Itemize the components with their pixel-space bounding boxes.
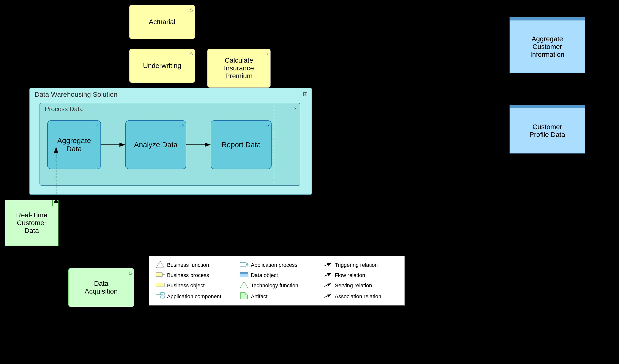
diagram-area: ⌂ Actuarial ⌂ Underwriting ⇒ Calculate I… — [0, 0, 619, 364]
svg-rect-32 — [161, 296, 164, 298]
report-data-node[interactable]: ⇒ Report Data — [211, 120, 272, 169]
legend-item-biz-process: Business process — [156, 272, 230, 279]
legend-data-object-icon — [240, 272, 248, 279]
biz-function-icon: ⌂ — [190, 7, 193, 13]
process-data-label: Process Data — [45, 105, 83, 113]
data-acquisition-node[interactable]: ⌂ Data Acquisition — [68, 268, 134, 307]
aggregate-data-node[interactable]: ⇒ Aggregate Data — [47, 120, 101, 169]
svg-rect-23 — [240, 272, 248, 274]
legend-biz-function-icon — [156, 261, 165, 269]
dws-label: Data Warehousing Solution — [35, 91, 117, 98]
app-process-icon-pd: ⇒ — [292, 105, 296, 112]
svg-marker-21 — [163, 274, 165, 275]
legend-item-biz-function: Business function — [156, 261, 230, 269]
svg-rect-26 — [156, 283, 164, 287]
svg-line-17 — [324, 263, 331, 266]
legend-item-artifact: Artifact — [240, 292, 314, 300]
legend-app-process-icon — [240, 262, 248, 268]
app-process-icon-agg: ⇒ — [94, 122, 98, 128]
app-component-icon: ⊞ — [303, 91, 308, 97]
calculate-insurance-node[interactable]: ⇒ Calculate Insurance Premium — [207, 49, 271, 88]
legend-artifact-icon — [240, 292, 248, 300]
svg-marker-14 — [156, 261, 164, 268]
analyze-data-node[interactable]: ⇒ Analyze Data — [125, 120, 186, 169]
aggregate-customer-info-node[interactable]: Aggregate Customer Information — [509, 17, 585, 73]
app-process-icon-ana: ⇒ — [180, 122, 184, 128]
svg-rect-31 — [161, 293, 164, 295]
legend-item-biz-object: Business object — [156, 281, 230, 289]
svg-rect-15 — [240, 262, 246, 266]
biz-function-green-icon: ⌂ — [129, 270, 132, 276]
legend-item-triggering: Triggering relation — [324, 261, 398, 269]
process-data-container: Process Data ⇒ ⇒ Aggregate Data ⇒ Analyz… — [40, 103, 300, 186]
legend-item-app-process: Application process — [240, 261, 314, 269]
svg-line-24 — [324, 273, 331, 276]
svg-line-33 — [324, 295, 331, 297]
legend-item-app-component: Application component — [156, 292, 230, 300]
app-process-icon-rep: ⇒ — [265, 122, 269, 128]
legend-triggering-icon — [324, 262, 332, 268]
legend-item-serving: Serving relation — [324, 281, 398, 289]
biz-function-icon2: ⌂ — [190, 50, 193, 57]
svg-marker-27 — [240, 281, 248, 288]
legend-item-association: Association relation — [324, 292, 398, 300]
underwriting-node[interactable]: ⌂ Underwriting — [129, 49, 195, 83]
biz-process-icon: ⇒ — [264, 50, 268, 57]
legend-association-icon — [324, 294, 332, 299]
svg-line-28 — [324, 283, 331, 286]
legend-biz-object-icon — [156, 283, 165, 288]
svg-rect-19 — [156, 273, 162, 277]
dws-container: Data Warehousing Solution ⊞ Process Data… — [29, 88, 312, 195]
legend-biz-process-icon — [156, 272, 165, 278]
actuarial-node[interactable]: ⌂ Actuarial — [129, 5, 195, 39]
legend-app-component-icon — [156, 292, 165, 300]
legend-tech-function-icon — [240, 281, 248, 289]
data-object-top-bar2 — [510, 105, 585, 108]
real-time-data-artifact[interactable]: Real-Time Customer Data — [5, 200, 58, 246]
legend-item-tech-function: Technology function — [240, 281, 314, 289]
legend-serving-icon — [324, 283, 332, 288]
legend-grid: Business function Application process Tr… — [156, 261, 398, 300]
data-object-top-bar — [510, 17, 585, 20]
customer-profile-data-node[interactable]: Customer Profile Data — [509, 105, 585, 153]
svg-marker-16 — [246, 263, 248, 265]
legend-item-data-object: Data object — [240, 272, 314, 279]
legend-flow-icon — [324, 272, 332, 278]
legend-item-flow: Flow relation — [324, 272, 398, 279]
legend-box: Business function Application process Tr… — [149, 256, 405, 306]
svg-rect-22 — [240, 273, 248, 277]
